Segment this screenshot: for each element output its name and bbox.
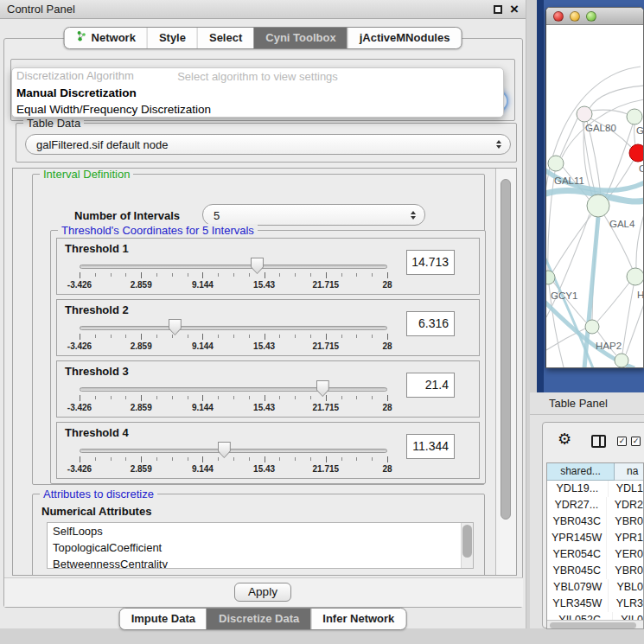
- network-edge[interactable]: [590, 86, 643, 108]
- network-node[interactable]: [585, 320, 599, 334]
- cell-name[interactable]: YBR0: [607, 563, 643, 579]
- table-row[interactable]: YDR27...YDR2: [547, 497, 643, 513]
- slider-thumb[interactable]: [218, 442, 231, 458]
- cell-name[interactable]: YDR2: [607, 497, 643, 513]
- table-row[interactable]: YBR045CYBR0: [547, 563, 643, 579]
- checkbox-icon[interactable]: ✓: [631, 437, 641, 446]
- network-node[interactable]: [548, 156, 564, 171]
- cell-name[interactable]: YBR0: [607, 513, 643, 530]
- slider-tick: [218, 457, 219, 461]
- network-node[interactable]: [629, 144, 643, 162]
- checkbox-icon[interactable]: ✓: [617, 437, 627, 446]
- slider-tick-label: -3.426: [67, 280, 92, 290]
- table-row[interactable]: YER054CYER0: [547, 546, 643, 563]
- algorithm-options: Manual DiscretizationEqual Width/Frequen…: [12, 85, 503, 118]
- num-intervals-combobox[interactable]: 5: [202, 204, 425, 226]
- network-node[interactable]: [627, 268, 643, 285]
- network-edge[interactable]: [552, 215, 591, 272]
- slider-tick: [202, 395, 203, 401]
- threshold-value-field[interactable]: 6.316: [406, 311, 455, 336]
- slider-track[interactable]: [80, 449, 387, 453]
- slider-tick: [188, 457, 188, 461]
- slider-tick: [202, 456, 203, 462]
- table-row[interactable]: YBL079WYBL0: [547, 579, 643, 596]
- attribute-list-item[interactable]: BetweennessCentrality: [48, 556, 473, 569]
- threshold-value-field[interactable]: 21.4: [406, 373, 455, 398]
- tab-discretize-data[interactable]: Discretize Data: [207, 609, 310, 629]
- attribute-list-item[interactable]: TopologicalCoefficient: [48, 539, 473, 556]
- horizontal-scrollbar-thumb[interactable]: [550, 622, 636, 628]
- network-graph[interactable]: GAL80GACGAL11GAL4GCY1HAHAP2: [546, 25, 643, 367]
- network-edge[interactable]: [607, 160, 634, 200]
- cell-shared-name[interactable]: YBL079W: [547, 579, 609, 596]
- network-window-titlebar[interactable]: [546, 8, 643, 25]
- close-traffic-light-icon[interactable]: [553, 11, 564, 22]
- network-canvas[interactable]: GAL80GACGAL11GAL4GCY1HAHAP2: [546, 25, 643, 367]
- network-edge[interactable]: [636, 212, 643, 268]
- tab-jactivemnodules[interactable]: jActiveMNodules: [348, 28, 462, 48]
- slider-track[interactable]: [80, 265, 387, 269]
- threshold-value-field[interactable]: 14.713: [406, 250, 455, 275]
- slider-track[interactable]: [80, 326, 387, 330]
- slider-tick: [310, 335, 311, 338]
- table-data-combobox[interactable]: galFiltered.sif default node: [25, 134, 511, 155]
- close-icon[interactable]: ×: [510, 0, 519, 19]
- slider-tick-label: 21.715: [313, 464, 340, 474]
- cell-name[interactable]: YPR1: [607, 530, 643, 546]
- cell-shared-name[interactable]: YBR045C: [547, 563, 607, 579]
- columns-icon[interactable]: [591, 435, 606, 448]
- apply-button[interactable]: Apply: [234, 583, 291, 602]
- attribute-list-item[interactable]: SelfLoops: [48, 523, 473, 539]
- network-node[interactable]: [587, 194, 609, 217]
- network-node[interactable]: [577, 106, 592, 122]
- slider-thumb[interactable]: [169, 319, 182, 335]
- network-edge[interactable]: [546, 214, 590, 317]
- cell-shared-name[interactable]: YDL19...: [547, 481, 609, 497]
- tab-impute-data[interactable]: Impute Data: [120, 609, 207, 629]
- attributes-scrollbar[interactable]: [461, 523, 473, 568]
- tab-infer-network[interactable]: Infer Network: [310, 609, 405, 629]
- algorithm-option[interactable]: Equal Width/Frequency Discretization: [12, 101, 503, 118]
- network-edge[interactable]: [626, 302, 643, 354]
- cell-name[interactable]: YDL1: [609, 481, 643, 497]
- slider-thumb[interactable]: [251, 258, 264, 274]
- tab-select[interactable]: Select: [197, 28, 253, 48]
- network-edge[interactable]: [634, 124, 635, 146]
- cell-name[interactable]: YER0: [607, 546, 643, 563]
- slider-tick: [310, 273, 311, 277]
- cell-name[interactable]: YBL0: [609, 579, 643, 596]
- table-row[interactable]: YDL19...YDL1: [547, 481, 643, 497]
- algorithm-option[interactable]: Manual Discretization: [12, 85, 503, 101]
- tab-style[interactable]: Style: [147, 28, 197, 48]
- network-node[interactable]: [627, 109, 642, 124]
- threshold-panel: Threshold 2-3.4262.8599.14415.4321.71528…: [56, 299, 480, 356]
- cell-shared-name[interactable]: YPR145W: [547, 530, 607, 546]
- horizontal-scrollbar[interactable]: [547, 620, 643, 629]
- minimize-traffic-light-icon[interactable]: [570, 11, 580, 22]
- cell-name[interactable]: YLR3: [609, 596, 643, 612]
- threshold-value-field[interactable]: 11.344: [406, 434, 455, 459]
- network-edge[interactable]: [548, 171, 555, 271]
- network-node[interactable]: [615, 354, 628, 367]
- tab-network[interactable]: Network: [65, 28, 147, 48]
- cell-shared-name[interactable]: YBR043C: [547, 513, 607, 530]
- attributes-scrollbar-thumb[interactable]: [462, 525, 472, 558]
- float-window-icon[interactable]: [494, 5, 502, 14]
- slider-track[interactable]: [80, 387, 387, 392]
- vertical-scrollbar-thumb[interactable]: [501, 179, 511, 520]
- cell-shared-name[interactable]: YDR27...: [547, 497, 607, 513]
- table-row[interactable]: YBR043CYBR0: [547, 513, 643, 530]
- slider-thumb[interactable]: [316, 380, 329, 397]
- network-edge[interactable]: [591, 110, 628, 114]
- table-row[interactable]: YPR145WYPR1: [547, 530, 643, 546]
- column-header-shared-name[interactable]: shared...: [547, 463, 615, 481]
- table-row[interactable]: YLR345WYLR3: [547, 596, 643, 612]
- cell-shared-name[interactable]: YER054C: [547, 546, 607, 563]
- tab-cyni-toolbox[interactable]: Cyni Toolbox: [253, 28, 347, 48]
- gear-icon[interactable]: ⚙: [558, 430, 571, 448]
- network-edge[interactable]: [622, 285, 634, 354]
- column-header-name[interactable]: na: [615, 463, 643, 481]
- cell-shared-name[interactable]: YLR345W: [547, 596, 609, 612]
- network-edge[interactable]: [597, 283, 629, 322]
- zoom-traffic-light-icon[interactable]: [586, 11, 596, 22]
